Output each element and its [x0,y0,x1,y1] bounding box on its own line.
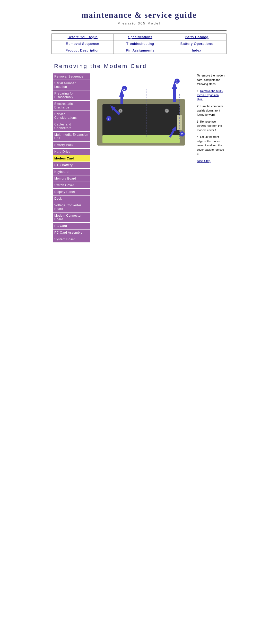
sidebar-item[interactable]: Serial Number Location [53,80,90,90]
nav-link[interactable]: Parts Catalog [185,35,208,39]
sidebar-item[interactable]: RTC Battery [53,162,90,168]
nav-link[interactable]: Troubleshooting [126,42,154,46]
svg-text:3: 3 [108,117,109,120]
svg-marker-16 [172,81,177,102]
sidebar-item[interactable]: System Board [53,236,90,242]
nav-cell: Before You Begin [52,34,114,40]
sidebar-item[interactable]: Modem Connector Board [53,213,90,222]
svg-text:1: 1 [123,87,125,90]
nav-link[interactable]: Specifications [128,35,152,39]
nav-link[interactable]: Before You Begin [68,35,98,39]
sidebar-item[interactable]: Battery Pack [53,142,90,148]
sidebar-item[interactable]: Deck [53,196,90,202]
svg-text:2: 2 [181,133,183,136]
sidebar-item[interactable]: Memory Board [53,175,90,182]
intro-text: To remove the modem card, complete the f… [197,73,225,86]
instruction-step: 1. Remove the Multi-media Expansion Unit… [197,89,225,102]
sidebar-item[interactable]: Hard Drive [53,149,90,155]
page-title: Removing the Modem Card [54,63,227,70]
instruction-step: 4. Lift up the front edge of the modem c… [197,135,225,156]
instruction-step: 3. Remove two screws (t8) from the modem… [197,120,225,132]
sidebar: Removal SequenceSerial Number LocationPr… [53,73,90,243]
svg-rect-2 [102,135,180,143]
nav-cell: Pin Assignments [114,47,167,54]
nav-link[interactable]: Removal Sequence [66,42,99,46]
sidebar-item[interactable]: PC Card [53,223,90,229]
sidebar-item[interactable]: PC Card Assembly [53,230,90,236]
nav-link[interactable]: Index [192,48,202,52]
sidebar-item[interactable]: Service Considerations [53,111,90,121]
main-layout: Removal SequenceSerial Number LocationPr… [51,73,227,243]
modem-illustration: 1 1 1 3 [95,73,193,151]
nav-cell: Troubleshooting [114,40,167,47]
nav-cell: Product Description [52,47,114,54]
sidebar-item[interactable]: Voltage Converter Board [53,202,90,212]
nav-cell: Battery Operations [167,40,226,47]
nav-link[interactable]: Product Description [66,48,100,52]
instruction-step: 2. Turn the computer upside down, front … [197,104,225,117]
right-instructions: To remove the modem card, complete the f… [197,73,225,243]
nav-table: Before You BeginSpecificationsParts Cata… [51,33,227,54]
next-step-link[interactable]: Next Step [197,159,225,163]
header-subtitle: Presario 305 Model [57,21,221,25]
nav-cell: Parts Catalog [167,34,226,40]
header-title: maintenance & service guide [57,10,221,20]
sidebar-item[interactable]: Multi-media Expansion Unit [53,132,90,141]
header: maintenance & service guide Presario 305… [51,0,227,31]
nav-link[interactable]: Pin Assignments [126,48,154,52]
sidebar-item[interactable]: Keyboard [53,169,90,175]
nav-cell: Specifications [114,34,167,40]
sidebar-item[interactable]: Modem Card [53,155,90,162]
center-area: 1 1 1 3 [90,73,197,243]
svg-text:1: 1 [176,80,178,83]
nav-cell: Removal Sequence [52,40,114,47]
step-link[interactable]: Remove the Multi-media Expansion Unit [197,89,223,101]
nav-cell: Index [167,47,226,54]
sidebar-item[interactable]: Display Panel [53,189,90,195]
sidebar-item[interactable]: Switch Cover [53,182,90,188]
nav-link[interactable]: Battery Operations [180,42,213,46]
sidebar-item[interactable]: Cables and Connectors [53,121,90,131]
sidebar-item[interactable]: Preparing for Disassembly [53,90,90,100]
sidebar-item[interactable]: Electrostatic Discharge [53,101,90,111]
sidebar-item[interactable]: Removal Sequence [53,73,90,80]
